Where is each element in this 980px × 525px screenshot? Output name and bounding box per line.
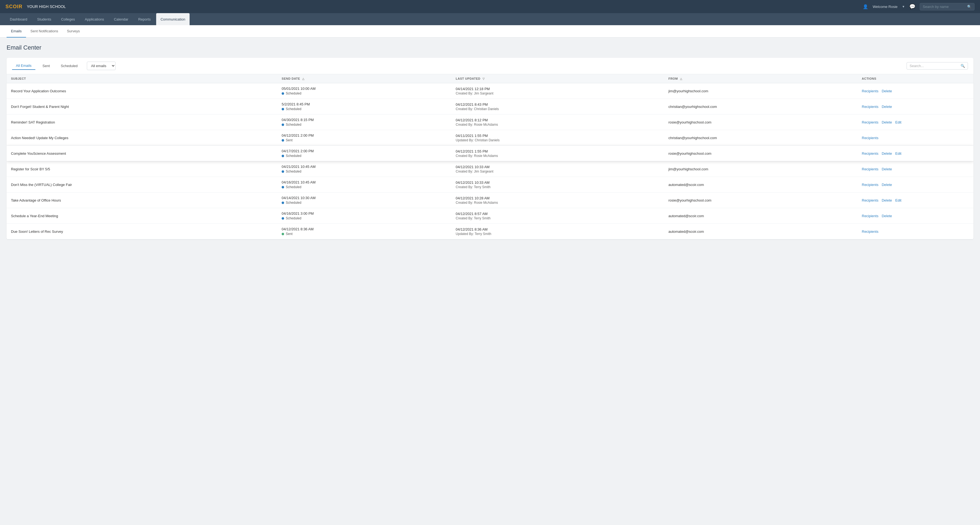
cell-subject-0: Record Your Application Outcomes (6, 83, 277, 99)
notification-icon[interactable]: 💬 (909, 3, 915, 10)
cell-actions-7: RecipientsDeleteEdit (858, 192, 974, 208)
action-delete-0[interactable]: Delete (881, 89, 892, 93)
filter-select[interactable]: All emails My emails Automated (87, 62, 116, 70)
action-delete-6[interactable]: Delete (881, 183, 892, 187)
sub-tab-sent-notifications[interactable]: Sent Notifications (26, 25, 62, 38)
status-dot-7 (282, 201, 284, 204)
user-icon: 👤 (863, 4, 868, 9)
col-header-from[interactable]: FROM △ (664, 74, 858, 83)
status-dot-2 (282, 124, 284, 126)
action-edit-4[interactable]: Edit (895, 151, 901, 155)
cell-send-date-4: 04/17/2021 2:00 PM Scheduled (277, 146, 451, 161)
action-edit-2[interactable]: Edit (895, 120, 901, 124)
cell-subject-6: Don't Miss the (VIRTUAL) College Fair (6, 177, 277, 192)
action-recipients-5[interactable]: Recipients (862, 167, 879, 171)
action-recipients-0[interactable]: Recipients (862, 89, 879, 93)
search-input-table[interactable] (910, 64, 959, 68)
action-recipients-2[interactable]: Recipients (862, 120, 879, 124)
nav-item-communication[interactable]: Communication (156, 13, 189, 25)
sort-arrow-send-date: △ (302, 77, 305, 80)
cell-actions-2: RecipientsDeleteEdit (858, 114, 974, 130)
cell-last-updated-2: 04/12/2021 8:12 PM Created By: Rosie McA… (451, 114, 664, 130)
nav-item-reports[interactable]: Reports (134, 13, 155, 25)
school-name: YOUR HIGH SCHOOL (27, 5, 66, 9)
status-text-9: Sent (286, 232, 293, 236)
cell-send-date-2: 04/30/2021 8:15 PM Scheduled (277, 114, 451, 130)
cell-subject-4: Complete YouScience Assessment (6, 146, 277, 161)
action-delete-1[interactable]: Delete (881, 105, 892, 109)
cell-last-updated-5: 04/12/2021 10:33 AM Created By: Jim Sarg… (451, 161, 664, 177)
cell-from-2: rosie@yourhighschool.com (664, 114, 858, 130)
table-row: Don't Forget! Student & Parent Night 5/2… (6, 99, 974, 114)
nav-item-calendar[interactable]: Calendar (110, 13, 133, 25)
status-text-1: Scheduled (286, 107, 301, 111)
action-recipients-4[interactable]: Recipients (862, 151, 879, 155)
cell-send-date-3: 04/12/2021 2:00 PM Sent (277, 130, 451, 146)
action-recipients-9[interactable]: Recipients (862, 230, 879, 233)
action-recipients-1[interactable]: Recipients (862, 105, 879, 109)
action-delete-2[interactable]: Delete (881, 120, 892, 124)
status-text-5: Scheduled (286, 170, 301, 173)
cell-send-date-1: 5/2/2021 8:45 PM Scheduled (277, 99, 451, 114)
action-recipients-7[interactable]: Recipients (862, 198, 879, 202)
cell-last-updated-1: 04/12/2021 8:43 PM Created By: Christian… (451, 99, 664, 114)
action-recipients-6[interactable]: Recipients (862, 183, 879, 187)
search-input-top[interactable] (923, 5, 966, 9)
col-header-actions: ACTIONS (858, 74, 974, 83)
cell-send-date-9: 04/12/2021 8:36 AM Sent (277, 224, 451, 240)
cell-from-5: jim@yourhighschool.com (664, 161, 858, 177)
cell-subject-8: Schedule a Year-End Meeting (6, 208, 277, 224)
status-dot-0 (282, 92, 284, 95)
cell-actions-1: RecipientsDelete (858, 99, 974, 114)
col-header-send-date[interactable]: SEND DATE △ (277, 74, 451, 83)
nav-item-applications[interactable]: Applications (81, 13, 108, 25)
status-text-3: Sent (286, 138, 293, 142)
sub-tab-emails[interactable]: Emails (6, 25, 26, 38)
table-search[interactable]: 🔍 (907, 62, 968, 70)
nav-item-students[interactable]: Students (33, 13, 56, 25)
action-delete-4[interactable]: Delete (881, 151, 892, 155)
table-row: Record Your Application Outcomes 05/01/2… (6, 83, 974, 99)
cell-from-9: automated@scoir.com (664, 224, 858, 240)
cell-actions-6: RecipientsDelete (858, 177, 974, 192)
cell-from-4: rosie@yourhighschool.com (664, 146, 858, 161)
cell-last-updated-6: 04/12/2021 10:33 AM Created By: Terry Sm… (451, 177, 664, 192)
nav-item-dashboard[interactable]: Dashboard (5, 13, 32, 25)
nav-item-colleges[interactable]: Colleges (57, 13, 80, 25)
col-header-last-updated[interactable]: LAST UPDATED ▽ (451, 74, 664, 83)
table-row: Register for Scoir BY 5/5 04/21/2021 10:… (6, 161, 974, 177)
cell-last-updated-9: 04/12/2021 8:36 AM Updated By: Terry Smi… (451, 224, 664, 240)
cell-subject-9: Due Soon! Letters of Rec Survey (6, 224, 277, 240)
filter-tab-all-emails[interactable]: All Emails (12, 62, 35, 70)
action-recipients-3[interactable]: Recipients (862, 136, 879, 140)
action-delete-7[interactable]: Delete (881, 198, 892, 202)
action-delete-8[interactable]: Delete (881, 214, 892, 218)
action-recipients-8[interactable]: Recipients (862, 214, 879, 218)
status-dot-4 (282, 155, 284, 157)
cell-send-date-7: 04/14/2021 10:30 AM Scheduled (277, 192, 451, 208)
search-box-top[interactable]: 🔍 (920, 3, 975, 10)
table-row: Schedule a Year-End Meeting 04/16/2021 3… (6, 208, 974, 224)
logo: SCOIR (5, 4, 22, 10)
table-row: Complete YouScience Assessment 04/17/202… (6, 146, 974, 161)
table-row: Reminder! SAT Registration 04/30/2021 8:… (6, 114, 974, 130)
filter-tab-scheduled[interactable]: Scheduled (57, 62, 81, 70)
cell-last-updated-3: 04/11/2021 1:55 PM Updated By: Christian… (451, 130, 664, 146)
action-delete-5[interactable]: Delete (881, 167, 892, 171)
email-card: All Emails Sent Scheduled All emails My … (6, 58, 974, 240)
sub-tab-surveys[interactable]: Surveys (62, 25, 84, 38)
action-edit-7[interactable]: Edit (895, 198, 901, 202)
cell-send-date-5: 04/21/2021 10:45 AM Scheduled (277, 161, 451, 177)
nav-bar: Dashboard Students Colleges Applications… (0, 13, 980, 25)
header-right: 👤 Welcome Rosie ▼ 💬 🔍 (863, 3, 975, 10)
chevron-down-icon: ▼ (902, 5, 905, 8)
email-table: SUBJECT SEND DATE △ LAST UPDATED ▽ FROM … (6, 74, 974, 240)
cell-last-updated-7: 04/12/2021 10:28 AM Created By: Rosie Mc… (451, 192, 664, 208)
cell-send-date-8: 04/16/2021 3:00 PM Scheduled (277, 208, 451, 224)
status-text-4: Scheduled (286, 154, 301, 158)
cell-actions-8: RecipientsDelete (858, 208, 974, 224)
filter-tab-sent[interactable]: Sent (39, 62, 54, 70)
page-content: Email Center All Emails Sent Scheduled A… (0, 38, 980, 246)
status-text-6: Scheduled (286, 185, 301, 189)
cell-from-7: rosie@yourhighschool.com (664, 192, 858, 208)
